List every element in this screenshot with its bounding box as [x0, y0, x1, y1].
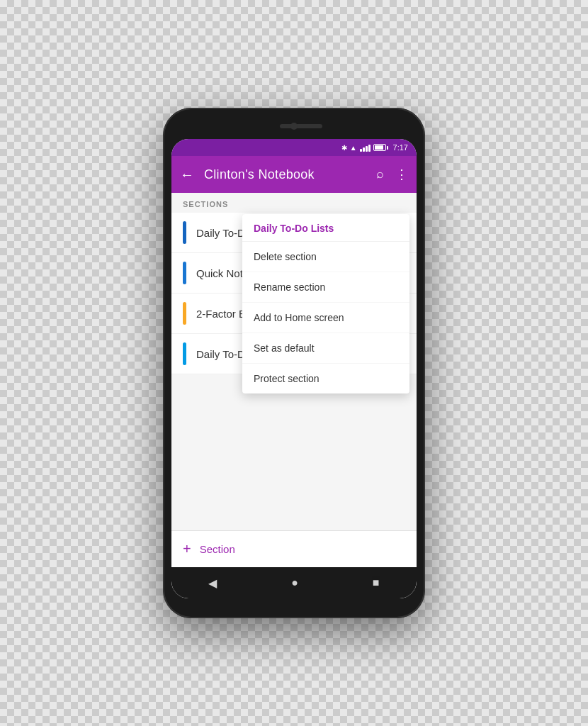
nav-back-button[interactable]: ◀ — [208, 576, 217, 590]
back-button[interactable]: ← — [180, 167, 194, 183]
time-display: 7:17 — [393, 143, 408, 152]
context-menu-header: Daily To-Do Lists — [242, 214, 409, 242]
context-menu-set-default[interactable]: Set as default — [242, 333, 409, 364]
add-section-plus-icon: + — [183, 541, 191, 557]
battery-icon — [373, 144, 388, 151]
app-title: Clinton's Notebook — [204, 167, 376, 182]
section-color-indicator — [183, 302, 186, 325]
app-bar-actions: ⌕ ⋮ — [376, 167, 408, 182]
nav-bar: ◀ ● ■ — [171, 567, 417, 598]
add-section-button[interactable]: + Section — [171, 530, 417, 567]
context-menu-protect[interactable]: Protect section — [242, 364, 409, 393]
content-area: SECTIONS Daily To-Do Lists Quick Notes 2… — [171, 193, 417, 567]
section-color-indicator — [183, 221, 186, 244]
context-menu: Daily To-Do Lists Delete section Rename … — [242, 214, 409, 393]
phone-camera — [290, 123, 298, 130]
app-bar: ← Clinton's Notebook ⌕ ⋮ — [171, 156, 417, 193]
context-menu-delete[interactable]: Delete section — [242, 242, 409, 272]
phone-top-bar — [171, 116, 417, 136]
search-button[interactable]: ⌕ — [376, 167, 384, 182]
section-color-indicator — [183, 342, 186, 365]
status-icons: ✱ ▲ 7:17 — [341, 143, 408, 152]
signal-bars — [360, 143, 371, 152]
add-section-label: Section — [200, 543, 235, 555]
nav-recents-button[interactable]: ■ — [373, 576, 380, 589]
phone-speaker — [280, 124, 322, 128]
phone-device: ✱ ▲ 7:17 ← Clinton's Notebook ⌕ — [163, 108, 425, 618]
bluetooth-icon: ✱ — [341, 144, 347, 152]
nav-home-button[interactable]: ● — [291, 576, 298, 589]
section-color-indicator — [183, 262, 186, 284]
context-menu-add-home[interactable]: Add to Home screen — [242, 303, 409, 333]
status-bar: ✱ ▲ 7:17 — [171, 139, 417, 156]
phone-screen: ✱ ▲ 7:17 ← Clinton's Notebook ⌕ — [171, 139, 417, 598]
sections-header: SECTIONS — [171, 193, 417, 213]
more-button[interactable]: ⋮ — [395, 167, 408, 182]
context-menu-rename[interactable]: Rename section — [242, 272, 409, 303]
phone-bottom — [171, 598, 417, 610]
wifi-icon: ▲ — [350, 144, 357, 152]
